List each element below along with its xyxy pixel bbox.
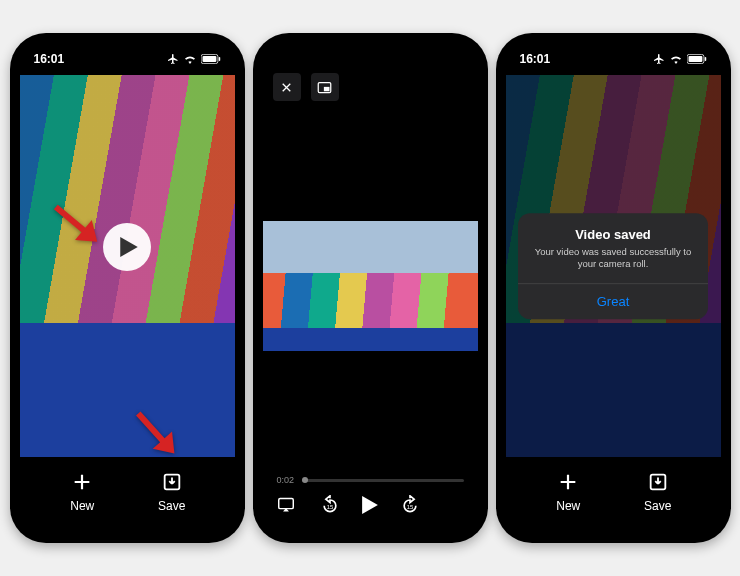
svg-rect-6 — [278, 498, 293, 508]
annotation-arrow-play — [40, 188, 110, 262]
play-icon — [362, 496, 378, 514]
wifi-icon — [669, 54, 683, 64]
svg-rect-11 — [704, 57, 706, 61]
save-icon — [159, 469, 185, 495]
status-icons — [167, 53, 221, 65]
play-button[interactable] — [103, 223, 151, 271]
battery-icon — [201, 54, 221, 64]
notch — [565, 33, 661, 55]
new-button[interactable]: New — [57, 469, 107, 513]
skip-back-button[interactable]: 15 — [320, 495, 340, 519]
status-icons — [653, 53, 707, 65]
airplane-mode-icon — [167, 53, 179, 65]
pip-button[interactable] — [311, 73, 339, 101]
close-icon — [280, 81, 293, 94]
dialog-message: Your video was saved successfully to you… — [530, 246, 696, 271]
airplay-icon — [277, 497, 295, 513]
new-label: New — [70, 499, 94, 513]
scrubber-track[interactable] — [302, 479, 463, 482]
editor-content: Video saved Your video was saved success… — [506, 75, 721, 533]
close-button[interactable] — [273, 73, 301, 101]
airplay-button[interactable] — [277, 497, 295, 517]
status-time: 16:01 — [34, 52, 65, 66]
phone-mockup-1: 16:01 New — [10, 33, 245, 543]
player-top-bar — [263, 67, 478, 107]
save-label: Save — [644, 499, 671, 513]
airplane-mode-icon — [653, 53, 665, 65]
pip-icon — [317, 81, 332, 94]
play-pause-button[interactable] — [362, 496, 378, 518]
player-content: 0:02 15 — [263, 67, 478, 533]
save-button[interactable]: Save — [633, 469, 683, 513]
svg-rect-5 — [324, 86, 330, 90]
plus-icon — [69, 469, 95, 495]
save-icon — [645, 469, 671, 495]
video-image — [263, 221, 478, 351]
save-label: Save — [158, 499, 185, 513]
scrubber-thumb[interactable] — [302, 477, 308, 483]
play-icon — [120, 237, 138, 257]
scrubber[interactable]: 0:02 — [277, 473, 464, 487]
dialog-title: Video saved — [530, 227, 696, 242]
video-preview-dimmed: Video saved Your video was saved success… — [506, 75, 721, 457]
new-button[interactable]: New — [543, 469, 593, 513]
new-label: New — [556, 499, 580, 513]
wifi-icon — [183, 54, 197, 64]
video-viewport[interactable] — [263, 107, 478, 465]
skip-forward-icon: 15 — [400, 495, 420, 515]
skip-forward-button[interactable]: 15 — [400, 495, 420, 519]
status-time: 16:01 — [520, 52, 551, 66]
plus-icon — [555, 469, 581, 495]
save-button[interactable]: Save — [147, 469, 197, 513]
svg-rect-10 — [688, 56, 702, 62]
screen: 0:02 15 — [263, 43, 478, 533]
bottom-toolbar: New Save — [506, 457, 721, 533]
transport-bar: 15 15 — [277, 495, 464, 519]
notch — [322, 33, 418, 55]
phone-mockup-2: 0:02 15 — [253, 33, 488, 543]
screen: 16:01 Video saved Your video was saved s… — [506, 43, 721, 533]
video-frame — [263, 221, 478, 351]
svg-rect-1 — [202, 56, 216, 62]
svg-rect-2 — [218, 57, 220, 61]
skip-back-icon: 15 — [320, 495, 340, 515]
player-controls: 0:02 15 — [263, 465, 478, 533]
dialog-confirm-button[interactable]: Great — [518, 283, 708, 319]
notch — [79, 33, 175, 55]
phone-mockup-3: 16:01 Video saved Your video was saved s… — [496, 33, 731, 543]
annotation-arrow-save — [120, 397, 190, 471]
saved-dialog: Video saved Your video was saved success… — [518, 213, 708, 319]
battery-icon — [687, 54, 707, 64]
svg-text:15: 15 — [407, 504, 413, 510]
svg-text:15: 15 — [327, 504, 333, 510]
playback-time: 0:02 — [277, 475, 295, 485]
